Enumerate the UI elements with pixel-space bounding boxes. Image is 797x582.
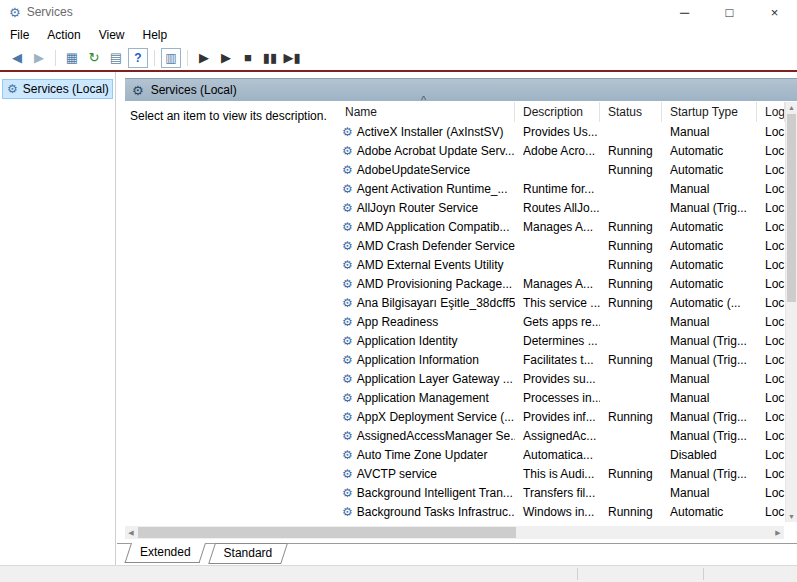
forward-icon[interactable]: ▶ <box>29 48 49 68</box>
column-header-startup-type[interactable]: Startup Type <box>662 102 757 122</box>
service-name: Application Management <box>357 391 489 405</box>
horizontal-scrollbar[interactable]: ◀ ▶ <box>125 526 784 539</box>
table-row[interactable]: ⚙ AdobeUpdateService Running Automatic L… <box>337 160 785 179</box>
refresh-icon[interactable]: ↻ <box>84 48 104 68</box>
service-gear-icon: ⚙ <box>342 202 353 214</box>
table-row[interactable]: ⚙ Adobe Acrobat Update Serv... Adobe Acr… <box>337 141 785 160</box>
service-gear-icon: ⚙ <box>342 297 353 309</box>
service-status: Running <box>600 353 662 367</box>
menu-view[interactable]: View <box>90 26 134 44</box>
tab-label: Standard <box>213 544 284 563</box>
tree-item-label: Services (Local) <box>23 82 109 96</box>
service-description: Manages A... <box>515 277 600 291</box>
table-row[interactable]: ⚙ AssignedAccessManager Se... AssignedAc… <box>337 426 785 445</box>
scroll-up-icon[interactable]: ▲ <box>786 102 797 113</box>
tree-item-services-local[interactable]: ⚙ Services (Local) <box>2 79 113 99</box>
service-description: This is Audi... <box>515 467 600 481</box>
table-row[interactable]: ⚙ Agent Activation Runtime_... Runtime f… <box>337 179 785 198</box>
service-name: Auto Time Zone Updater <box>357 448 488 462</box>
service-name: Application Layer Gateway ... <box>357 372 513 386</box>
back-icon[interactable]: ◀ <box>7 48 27 68</box>
table-row[interactable]: ⚙ App Readiness Gets apps re... Manual L… <box>337 312 785 331</box>
pause-service-icon[interactable]: ▮▮ <box>260 48 280 68</box>
tab-extended[interactable]: Extended <box>125 543 206 563</box>
table-row[interactable]: ⚙ AMD External Events Utility Running Au… <box>337 255 785 274</box>
table-row[interactable]: ⚙ Application Management Processes in...… <box>337 388 785 407</box>
close-button[interactable]: × <box>752 0 797 24</box>
restart-service-icon[interactable]: ▶▮ <box>282 48 302 68</box>
service-gear-icon: ⚙ <box>342 335 353 347</box>
window-controls: ─ □ × <box>662 0 797 24</box>
service-name: ActiveX Installer (AxInstSV) <box>357 125 504 139</box>
service-log-on-as: Loc... <box>757 296 785 310</box>
table-row[interactable]: ⚙ AMD Application Compatib... Manages A.… <box>337 217 785 236</box>
service-startup-type: Manual <box>662 315 757 329</box>
table-row[interactable]: ⚙ Ana Bilgisayarı Eşitle_38dcff5 This se… <box>337 293 785 312</box>
console-tree-pane: ⚙ Services (Local) <box>0 72 116 565</box>
horizontal-scroll-thumb[interactable] <box>138 527 516 538</box>
export-list-icon[interactable]: ▤ <box>106 48 126 68</box>
vertical-scroll-thumb[interactable] <box>787 114 796 302</box>
service-name: AMD External Events Utility <box>357 258 504 272</box>
table-row[interactable]: ⚙ AVCTP service This is Audi... Running … <box>337 464 785 483</box>
service-status: Running <box>600 467 662 481</box>
table-row[interactable]: ⚙ Application Identity Determines ... Ma… <box>337 331 785 350</box>
column-header-description[interactable]: Description <box>515 102 600 122</box>
service-gear-icon: ⚙ <box>342 183 353 195</box>
scroll-left-icon[interactable]: ◀ <box>125 526 137 539</box>
service-gear-icon: ⚙ <box>342 392 353 404</box>
service-name: AVCTP service <box>357 467 437 481</box>
vertical-scrollbar[interactable]: ▲ ▼ <box>785 102 797 522</box>
services-pane: ⚙ Services (Local) Select an item to vie… <box>117 72 797 565</box>
maximize-button[interactable]: □ <box>707 0 752 24</box>
service-name: Background Intelligent Tran... <box>357 486 513 500</box>
menu-help[interactable]: Help <box>134 26 177 44</box>
service-startup-type: Manual (Trig... <box>662 334 757 348</box>
table-row[interactable]: ⚙ Application Information Facilitates t.… <box>337 350 785 369</box>
tab-standard[interactable]: Standard <box>208 543 288 564</box>
statusbar-divider <box>703 568 704 580</box>
menu-action[interactable]: Action <box>38 26 89 44</box>
show-description-icon[interactable]: ▥ <box>161 48 181 68</box>
column-header-log-on-as[interactable]: Log <box>757 102 785 122</box>
service-name: AMD Provisioning Package... <box>357 277 512 291</box>
table-row[interactable]: ⚙ AllJoyn Router Service Routes AllJo...… <box>337 198 785 217</box>
table-row[interactable]: ⚙ Background Tasks Infrastruc... Windows… <box>337 502 785 521</box>
service-gear-icon: ⚙ <box>342 240 353 252</box>
table-row[interactable]: ⚙ Background Intelligent Tran... Transfe… <box>337 483 785 502</box>
service-startup-type: Manual (Trig... <box>662 201 757 215</box>
table-row[interactable]: ⚙ Application Layer Gateway ... Provides… <box>337 369 785 388</box>
table-row[interactable]: ⚙ AMD Provisioning Package... Manages A.… <box>337 274 785 293</box>
scroll-down-icon[interactable]: ▼ <box>786 511 797 522</box>
start-service-icon[interactable]: ▶ <box>194 48 214 68</box>
service-startup-type: Automatic <box>662 277 757 291</box>
menu-file[interactable]: File <box>1 26 38 44</box>
resume-service-icon[interactable]: ▶ <box>216 48 236 68</box>
service-gear-icon: ⚙ <box>342 164 353 176</box>
help-icon[interactable]: ? <box>128 48 148 68</box>
service-gear-icon: ⚙ <box>342 145 353 157</box>
service-name: Application Information <box>357 353 479 367</box>
service-startup-type: Manual (Trig... <box>662 410 757 424</box>
service-log-on-as: Loc... <box>757 163 785 177</box>
service-log-on-as: Loc... <box>757 448 785 462</box>
column-header-status[interactable]: Status <box>600 102 662 122</box>
service-status: Running <box>600 163 662 177</box>
stop-service-icon[interactable]: ■ <box>238 48 258 68</box>
minimize-button[interactable]: ─ <box>662 0 707 24</box>
table-row[interactable]: ⚙ AppX Deployment Service (... Provides … <box>337 407 785 426</box>
table-row[interactable]: ⚙ ActiveX Installer (AxInstSV) Provides … <box>337 122 785 141</box>
table-header: ^ Name Description Status Startup Type L… <box>337 102 785 122</box>
service-gear-icon: ⚙ <box>342 411 353 423</box>
table-row[interactable]: ⚙ AMD Crash Defender Service Running Aut… <box>337 236 785 255</box>
service-name: App Readiness <box>357 315 438 329</box>
service-gear-icon: ⚙ <box>342 259 353 271</box>
toolbar-separator <box>55 50 56 66</box>
scroll-right-icon[interactable]: ▶ <box>772 526 784 539</box>
table-row[interactable]: ⚙ Auto Time Zone Updater Automatica... D… <box>337 445 785 464</box>
show-console-tree-icon[interactable]: ▦ <box>62 48 82 68</box>
service-startup-type: Automatic <box>662 258 757 272</box>
service-gear-icon: ⚙ <box>342 468 353 480</box>
service-startup-type: Manual <box>662 182 757 196</box>
service-startup-type: Manual <box>662 486 757 500</box>
